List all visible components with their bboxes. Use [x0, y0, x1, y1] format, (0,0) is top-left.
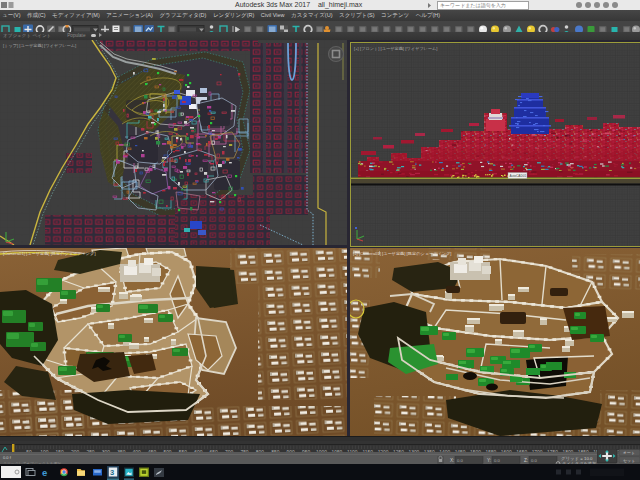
svg-text:[+] [Camera01] [ユーザ定義] [既定のシェー: [+] [Camera01] [ユーザ定義] [既定のシェーディング]	[353, 251, 452, 256]
svg-text:[Camera01] [ユーザ定義] [既定のシェーディング: [Camera01] [ユーザ定義] [既定のシェーディング]	[3, 251, 96, 256]
svg-text:[トップ] [ユーザ定義] [ワイヤフレーム]: [トップ] [ユーザ定義] [ワイヤフレーム]	[3, 43, 76, 48]
svg-text:e: e	[42, 467, 47, 478]
svg-text:オート: オート	[623, 450, 635, 455]
svg-text:AutoCAD01: AutoCAD01	[510, 174, 527, 178]
svg-text:Z:: Z:	[524, 458, 528, 463]
svg-text:[+] [フロント] [ユーザ定義] [ワイヤフレーム]: [+] [フロント] [ユーザ定義] [ワイヤフレーム]	[354, 46, 437, 51]
svg-text:0.0: 0.0	[494, 458, 500, 463]
svg-text:X:: X:	[450, 458, 454, 463]
svg-text:0.0: 0.0	[531, 458, 537, 463]
svg-text:0.0 f: 0.0 f	[3, 455, 12, 460]
svg-text:セット: セット	[623, 458, 635, 463]
svg-text:Y:: Y:	[487, 458, 491, 463]
svg-text:0.0: 0.0	[457, 458, 463, 463]
svg-text:3: 3	[110, 468, 114, 477]
